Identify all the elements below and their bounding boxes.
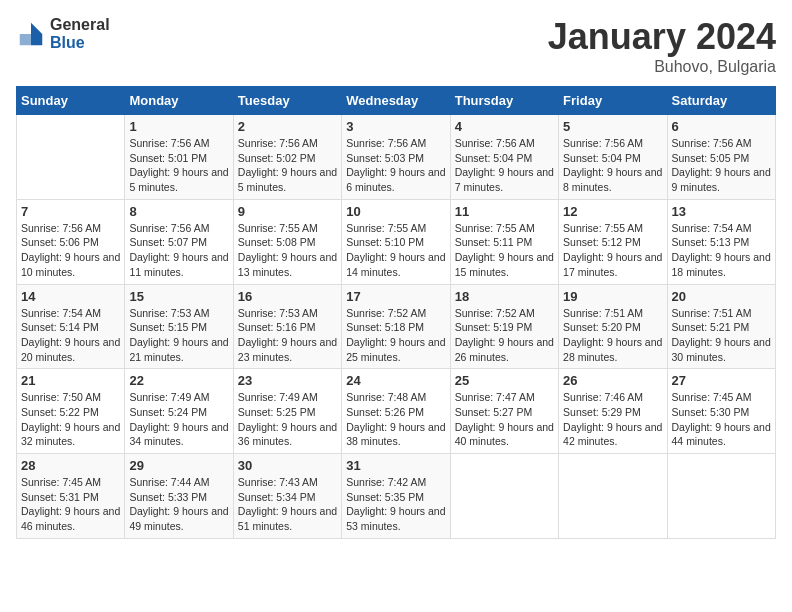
calendar-week-row: 1Sunrise: 7:56 AMSunset: 5:01 PMDaylight…: [17, 115, 776, 200]
calendar-cell: [559, 454, 667, 539]
calendar-cell: 23Sunrise: 7:49 AMSunset: 5:25 PMDayligh…: [233, 369, 341, 454]
month-title: January 2024: [548, 16, 776, 58]
day-info: Sunrise: 7:54 AMSunset: 5:13 PMDaylight:…: [672, 221, 771, 280]
weekday-header-friday: Friday: [559, 87, 667, 115]
weekday-header-sunday: Sunday: [17, 87, 125, 115]
day-number: 11: [455, 204, 554, 219]
day-info: Sunrise: 7:53 AMSunset: 5:15 PMDaylight:…: [129, 306, 228, 365]
calendar-cell: 29Sunrise: 7:44 AMSunset: 5:33 PMDayligh…: [125, 454, 233, 539]
calendar-cell: 13Sunrise: 7:54 AMSunset: 5:13 PMDayligh…: [667, 199, 775, 284]
day-number: 20: [672, 289, 771, 304]
calendar-cell: 8Sunrise: 7:56 AMSunset: 5:07 PMDaylight…: [125, 199, 233, 284]
calendar-cell: [450, 454, 558, 539]
calendar-week-row: 7Sunrise: 7:56 AMSunset: 5:06 PMDaylight…: [17, 199, 776, 284]
calendar-cell: 19Sunrise: 7:51 AMSunset: 5:20 PMDayligh…: [559, 284, 667, 369]
calendar-cell: 10Sunrise: 7:55 AMSunset: 5:10 PMDayligh…: [342, 199, 450, 284]
day-number: 15: [129, 289, 228, 304]
day-number: 3: [346, 119, 445, 134]
calendar-cell: 21Sunrise: 7:50 AMSunset: 5:22 PMDayligh…: [17, 369, 125, 454]
logo: General Blue: [16, 16, 110, 51]
calendar-cell: 12Sunrise: 7:55 AMSunset: 5:12 PMDayligh…: [559, 199, 667, 284]
day-info: Sunrise: 7:56 AMSunset: 5:06 PMDaylight:…: [21, 221, 120, 280]
day-info: Sunrise: 7:45 AMSunset: 5:30 PMDaylight:…: [672, 390, 771, 449]
page-header: General Blue January 2024 Buhovo, Bulgar…: [16, 16, 776, 76]
day-info: Sunrise: 7:49 AMSunset: 5:25 PMDaylight:…: [238, 390, 337, 449]
day-info: Sunrise: 7:56 AMSunset: 5:05 PMDaylight:…: [672, 136, 771, 195]
weekday-header-thursday: Thursday: [450, 87, 558, 115]
day-number: 31: [346, 458, 445, 473]
day-number: 21: [21, 373, 120, 388]
calendar-cell: 18Sunrise: 7:52 AMSunset: 5:19 PMDayligh…: [450, 284, 558, 369]
day-number: 5: [563, 119, 662, 134]
day-info: Sunrise: 7:52 AMSunset: 5:18 PMDaylight:…: [346, 306, 445, 365]
day-info: Sunrise: 7:51 AMSunset: 5:20 PMDaylight:…: [563, 306, 662, 365]
day-number: 17: [346, 289, 445, 304]
day-number: 7: [21, 204, 120, 219]
calendar-cell: [667, 454, 775, 539]
day-number: 14: [21, 289, 120, 304]
day-info: Sunrise: 7:53 AMSunset: 5:16 PMDaylight:…: [238, 306, 337, 365]
day-number: 28: [21, 458, 120, 473]
calendar-cell: 7Sunrise: 7:56 AMSunset: 5:06 PMDaylight…: [17, 199, 125, 284]
calendar-cell: 30Sunrise: 7:43 AMSunset: 5:34 PMDayligh…: [233, 454, 341, 539]
logo-icon: [16, 19, 46, 49]
day-info: Sunrise: 7:48 AMSunset: 5:26 PMDaylight:…: [346, 390, 445, 449]
calendar-cell: 14Sunrise: 7:54 AMSunset: 5:14 PMDayligh…: [17, 284, 125, 369]
svg-marker-1: [31, 34, 42, 45]
calendar-cell: 9Sunrise: 7:55 AMSunset: 5:08 PMDaylight…: [233, 199, 341, 284]
calendar-table: SundayMondayTuesdayWednesdayThursdayFrid…: [16, 86, 776, 539]
day-number: 26: [563, 373, 662, 388]
logo-text: General Blue: [50, 16, 110, 51]
calendar-cell: 24Sunrise: 7:48 AMSunset: 5:26 PMDayligh…: [342, 369, 450, 454]
calendar-cell: 3Sunrise: 7:56 AMSunset: 5:03 PMDaylight…: [342, 115, 450, 200]
day-info: Sunrise: 7:49 AMSunset: 5:24 PMDaylight:…: [129, 390, 228, 449]
calendar-cell: 4Sunrise: 7:56 AMSunset: 5:04 PMDaylight…: [450, 115, 558, 200]
day-number: 16: [238, 289, 337, 304]
day-number: 4: [455, 119, 554, 134]
day-number: 1: [129, 119, 228, 134]
calendar-cell: 22Sunrise: 7:49 AMSunset: 5:24 PMDayligh…: [125, 369, 233, 454]
day-info: Sunrise: 7:55 AMSunset: 5:10 PMDaylight:…: [346, 221, 445, 280]
weekday-header-row: SundayMondayTuesdayWednesdayThursdayFrid…: [17, 87, 776, 115]
logo-general-text: General: [50, 16, 110, 34]
day-number: 23: [238, 373, 337, 388]
day-info: Sunrise: 7:56 AMSunset: 5:07 PMDaylight:…: [129, 221, 228, 280]
day-number: 24: [346, 373, 445, 388]
calendar-cell: 20Sunrise: 7:51 AMSunset: 5:21 PMDayligh…: [667, 284, 775, 369]
day-info: Sunrise: 7:51 AMSunset: 5:21 PMDaylight:…: [672, 306, 771, 365]
calendar-cell: 25Sunrise: 7:47 AMSunset: 5:27 PMDayligh…: [450, 369, 558, 454]
calendar-cell: 6Sunrise: 7:56 AMSunset: 5:05 PMDaylight…: [667, 115, 775, 200]
calendar-cell: [17, 115, 125, 200]
day-number: 6: [672, 119, 771, 134]
day-number: 10: [346, 204, 445, 219]
day-info: Sunrise: 7:45 AMSunset: 5:31 PMDaylight:…: [21, 475, 120, 534]
day-info: Sunrise: 7:56 AMSunset: 5:03 PMDaylight:…: [346, 136, 445, 195]
day-number: 25: [455, 373, 554, 388]
day-info: Sunrise: 7:56 AMSunset: 5:04 PMDaylight:…: [455, 136, 554, 195]
weekday-header-wednesday: Wednesday: [342, 87, 450, 115]
logo-blue-text: Blue: [50, 34, 110, 52]
day-info: Sunrise: 7:52 AMSunset: 5:19 PMDaylight:…: [455, 306, 554, 365]
calendar-week-row: 28Sunrise: 7:45 AMSunset: 5:31 PMDayligh…: [17, 454, 776, 539]
day-number: 18: [455, 289, 554, 304]
day-info: Sunrise: 7:42 AMSunset: 5:35 PMDaylight:…: [346, 475, 445, 534]
calendar-cell: 11Sunrise: 7:55 AMSunset: 5:11 PMDayligh…: [450, 199, 558, 284]
day-number: 8: [129, 204, 228, 219]
day-info: Sunrise: 7:47 AMSunset: 5:27 PMDaylight:…: [455, 390, 554, 449]
weekday-header-saturday: Saturday: [667, 87, 775, 115]
day-number: 29: [129, 458, 228, 473]
day-info: Sunrise: 7:50 AMSunset: 5:22 PMDaylight:…: [21, 390, 120, 449]
calendar-cell: 28Sunrise: 7:45 AMSunset: 5:31 PMDayligh…: [17, 454, 125, 539]
calendar-cell: 1Sunrise: 7:56 AMSunset: 5:01 PMDaylight…: [125, 115, 233, 200]
day-info: Sunrise: 7:56 AMSunset: 5:01 PMDaylight:…: [129, 136, 228, 195]
calendar-cell: 15Sunrise: 7:53 AMSunset: 5:15 PMDayligh…: [125, 284, 233, 369]
day-number: 12: [563, 204, 662, 219]
calendar-cell: 5Sunrise: 7:56 AMSunset: 5:04 PMDaylight…: [559, 115, 667, 200]
calendar-week-row: 14Sunrise: 7:54 AMSunset: 5:14 PMDayligh…: [17, 284, 776, 369]
day-info: Sunrise: 7:55 AMSunset: 5:12 PMDaylight:…: [563, 221, 662, 280]
day-info: Sunrise: 7:55 AMSunset: 5:08 PMDaylight:…: [238, 221, 337, 280]
calendar-week-row: 21Sunrise: 7:50 AMSunset: 5:22 PMDayligh…: [17, 369, 776, 454]
weekday-header-tuesday: Tuesday: [233, 87, 341, 115]
weekday-header-monday: Monday: [125, 87, 233, 115]
day-number: 22: [129, 373, 228, 388]
